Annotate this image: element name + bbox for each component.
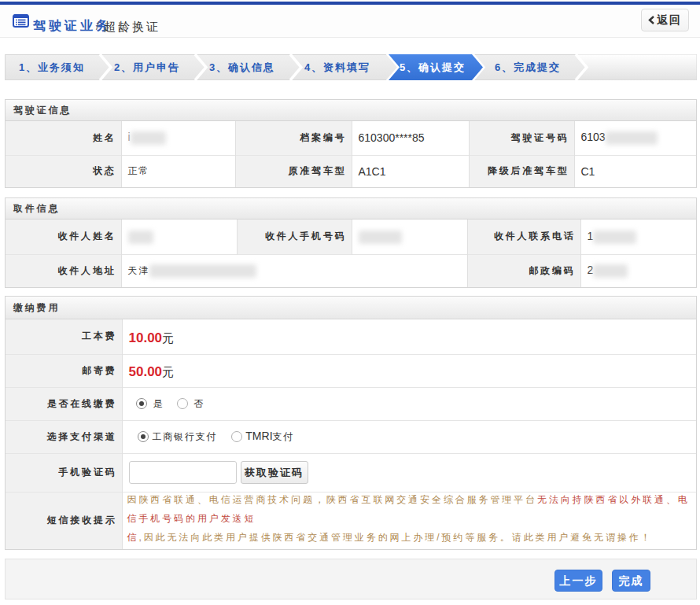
svg-text:3、确认信息: 3、确认信息	[209, 61, 275, 73]
svg-text:5、确认提交: 5、确认提交	[400, 61, 466, 73]
svg-text:1、业务须知: 1、业务须知	[19, 61, 85, 73]
svg-text:6、完成提交: 6、完成提交	[495, 61, 561, 73]
svg-text:4、资料填写: 4、资料填写	[304, 61, 370, 73]
svg-text:2、用户申告: 2、用户申告	[114, 61, 180, 73]
